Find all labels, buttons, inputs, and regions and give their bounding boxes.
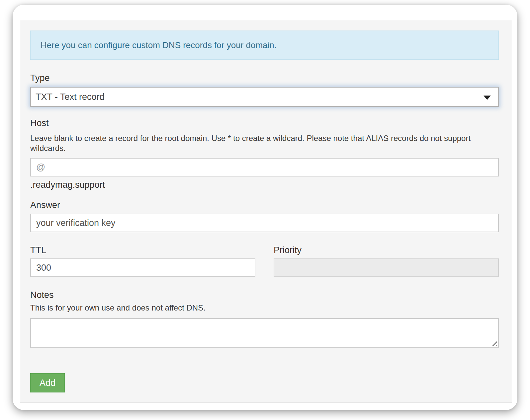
type-label: Type bbox=[30, 73, 499, 84]
notes-help-text: This is for your own use and does not af… bbox=[30, 303, 499, 313]
domain-suffix-text: .readymag.support bbox=[30, 179, 499, 190]
notes-textarea[interactable] bbox=[30, 318, 499, 348]
notes-textarea-wrapper bbox=[30, 318, 499, 348]
priority-input[interactable] bbox=[274, 258, 499, 277]
answer-input[interactable] bbox=[30, 214, 499, 232]
ttl-column: TTL bbox=[30, 245, 255, 277]
ttl-label: TTL bbox=[30, 245, 255, 256]
answer-label: Answer bbox=[30, 200, 499, 211]
dns-record-form-panel: Here you can configure custom DNS record… bbox=[20, 20, 512, 403]
host-label: Host bbox=[30, 118, 499, 129]
type-select[interactable]: TXT - Text record bbox=[31, 88, 498, 106]
dns-settings-card: Here you can configure custom DNS record… bbox=[13, 5, 517, 410]
ttl-input[interactable] bbox=[30, 258, 255, 277]
type-select-wrapper: TXT - Text record bbox=[30, 87, 499, 107]
host-input[interactable] bbox=[30, 158, 499, 176]
priority-column: Priority bbox=[274, 245, 499, 277]
info-banner: Here you can configure custom DNS record… bbox=[30, 31, 499, 60]
host-help-text: Leave blank to create a record for the r… bbox=[30, 133, 499, 153]
ttl-priority-row: TTL Priority bbox=[30, 245, 499, 277]
add-button[interactable]: Add bbox=[30, 373, 65, 392]
priority-label: Priority bbox=[274, 245, 499, 256]
notes-label: Notes bbox=[30, 290, 499, 301]
info-banner-text: Here you can configure custom DNS record… bbox=[41, 40, 277, 50]
